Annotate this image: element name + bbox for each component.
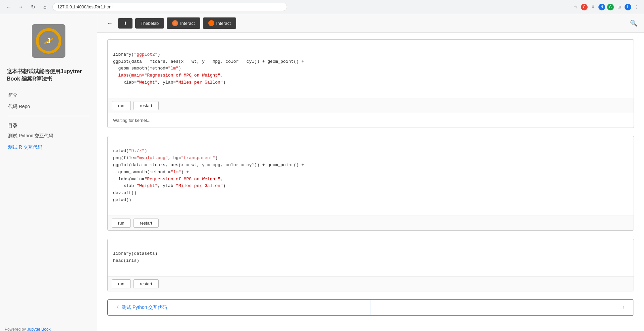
sidebar-item-python[interactable]: 测试 Python 交互代码 — [3, 130, 94, 142]
download-icon[interactable]: ⬇ — [590, 4, 596, 10]
run-button-3[interactable]: run — [112, 279, 131, 288]
sidebar-divider — [8, 116, 89, 116]
pagination-prev[interactable]: 〈 测试 Python 交互代码 — [108, 300, 371, 315]
reload-button[interactable]: ↻ — [28, 2, 38, 12]
download-icon: ⬇ — [123, 21, 127, 26]
star-icon[interactable]: ☆ — [572, 4, 579, 10]
interact-binder-button[interactable]: Interact — [167, 17, 200, 29]
profile-icon[interactable]: L — [625, 4, 631, 10]
tab-manager-icon[interactable]: ⊞ — [616, 4, 623, 10]
sidebar-nav: 简介 代码 Repo 目录 测试 Python 交互代码 测试 R 交互代码 — [0, 90, 97, 153]
logo-image: J — [32, 24, 65, 58]
prev-label: 测试 Python 交互代码 — [122, 304, 167, 311]
output-area-1: Waiting for kernel... — [108, 113, 634, 128]
main-content: ← ⬇ Thebelab Interact Interact 🔍 library… — [97, 14, 644, 331]
sidebar-item-r[interactable]: 测试 R 交互代码 — [3, 142, 94, 153]
url-text: 127.0.0.1:4000/testR/r1.html — [57, 4, 112, 9]
home-button[interactable]: ⌂ — [40, 2, 50, 12]
forward-button[interactable]: → — [16, 2, 25, 12]
browser-actions: ☆ G ⬇ N G ⊞ L ⋮ — [572, 4, 640, 10]
sidebar-item-intro[interactable]: 简介 — [3, 90, 94, 101]
code-block-1: library("ggplot2") ggplot(data = mtcars,… — [107, 39, 634, 128]
output-text-1: Waiting for kernel... — [113, 118, 151, 123]
sidebar-footer: Powered by Jupyter Book — [0, 320, 97, 331]
back-button[interactable]: ← — [4, 2, 13, 12]
address-bar[interactable]: 127.0.0.1:4000/testR/r1.html — [52, 3, 287, 11]
sidebar: J 这本书想试试能否使用Jupytrer Book 编篡R算法书 简介 代码 R… — [0, 14, 97, 331]
sidebar-item-repo[interactable]: 代码 Repo — [3, 101, 94, 112]
sidebar-title: 这本书想试试能否使用Jupytrer Book 编篡R算法书 — [0, 64, 97, 90]
code-buttons-1: run restart — [108, 98, 634, 113]
sidebar-section-title: 目录 — [3, 120, 94, 130]
grammarly-icon[interactable]: G — [607, 4, 614, 10]
thebelab-button[interactable]: Thebelab — [135, 18, 164, 29]
page-footer: This page was created by The Jupyter Boo… — [97, 329, 644, 331]
menu-icon[interactable]: ⋮ — [633, 4, 640, 10]
binder-icon — [172, 20, 178, 26]
restart-button-2[interactable]: restart — [133, 219, 159, 228]
interact-hub-button[interactable]: Interact — [203, 17, 236, 29]
content-area: library("ggplot2") ggplot(data = mtcars,… — [97, 33, 644, 329]
code-buttons-2: run restart — [108, 216, 634, 230]
download-button[interactable]: ⬇ — [118, 18, 132, 29]
toolbar: ← ⬇ Thebelab Interact Interact 🔍 — [97, 14, 644, 33]
code-block-2: setwd("D://") png(file="myplot.png", bg=… — [107, 136, 634, 231]
logo-text: J — [46, 37, 50, 45]
search-button[interactable]: 🔍 — [630, 19, 637, 27]
prev-chevron: 〈 — [114, 304, 119, 311]
code-block-3: library(datasets) head(iris) run restart — [107, 239, 634, 291]
toolbar-back-button[interactable]: ← — [104, 18, 115, 28]
interact2-label: Interact — [216, 21, 231, 26]
pagination-nav: 〈 测试 Python 交互代码 〉 — [107, 299, 634, 316]
run-button-1[interactable]: run — [112, 101, 131, 110]
pagination-next[interactable]: 〉 — [371, 300, 634, 315]
restart-button-1[interactable]: restart — [133, 101, 159, 110]
footer-text: Powered by — [5, 327, 27, 331]
code-area-1[interactable]: library("ggplot2") ggplot(data = mtcars,… — [108, 40, 634, 98]
code-area-2[interactable]: setwd("D://") png(file="myplot.png", bg=… — [108, 136, 634, 216]
browser-chrome: ← → ↻ ⌂ 127.0.0.1:4000/testR/r1.html ☆ G… — [0, 0, 644, 14]
sidebar-logo: J — [0, 21, 97, 64]
code-buttons-3: run restart — [108, 276, 634, 291]
code-area-3[interactable]: library(datasets) head(iris) — [108, 239, 634, 276]
next-chevron: 〉 — [622, 304, 627, 311]
run-button-2[interactable]: run — [112, 219, 131, 228]
hub-icon — [208, 20, 214, 26]
extensions-icon[interactable]: G — [581, 4, 588, 10]
jupyter-book-link[interactable]: Jupyter Book — [27, 327, 51, 331]
notes-icon[interactable]: N — [598, 4, 605, 10]
interact1-label: Interact — [180, 21, 195, 26]
restart-button-3[interactable]: restart — [133, 279, 159, 288]
